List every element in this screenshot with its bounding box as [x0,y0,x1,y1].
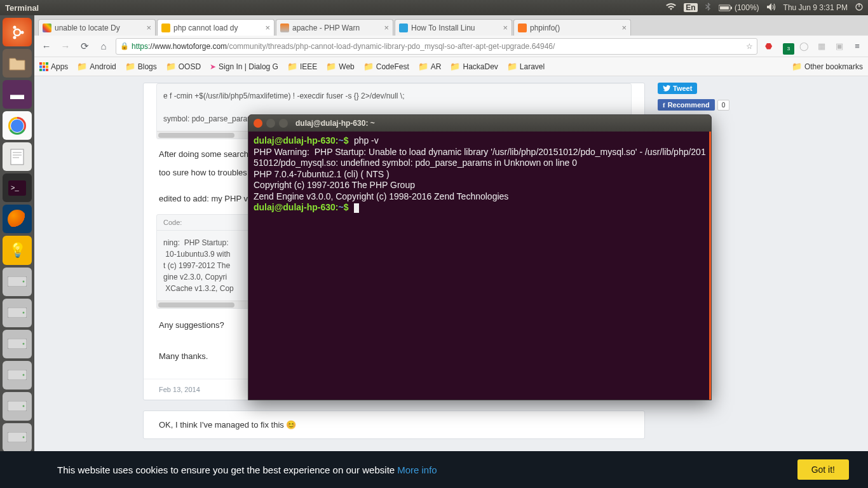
folder-icon: 📁 [450,62,460,71]
folder-icon: 📁 [792,62,802,71]
post-date[interactable]: Feb 13, 2014 [159,386,200,393]
svg-text:>_: >_ [11,184,19,191]
menu-button[interactable]: ≡ [851,41,863,52]
bulb-icon [161,24,170,32]
url-path: /community/threads/php-cannot-load-dynam… [227,42,555,51]
tab-3[interactable]: How To Install Linu× [395,19,512,36]
svg-point-8 [13,36,17,39]
apps-label: Apps [51,62,68,71]
session-icon[interactable] [855,3,863,13]
cookie-banner: This website uses cookies to ensure you … [0,451,868,488]
bookmark-bar: Apps 📁Android 📁Blogs 📁OOSD ➤Sign In | Di… [34,57,868,76]
svg-rect-9 [11,149,24,165]
bookmark-oosd[interactable]: 📁OOSD [166,62,201,71]
launcher-chrome[interactable] [3,111,32,140]
cookie-text: This website uses cookies to ensure you … [57,464,395,475]
tab-close-icon[interactable]: × [619,23,627,32]
bookmark-star-icon[interactable]: ☆ [746,42,753,51]
stackoverflow-icon [280,24,289,32]
cookie-more-link[interactable]: More info [397,464,437,475]
tab-4[interactable]: phpinfo()× [513,19,631,36]
sound-icon[interactable] [767,3,776,13]
launcher-app-yellow[interactable]: 💡 [3,236,32,264]
ext-icon-4[interactable]: ▦ [816,41,827,52]
launcher-app-purple[interactable]: ▬ [3,80,32,109]
svg-point-7 [13,25,17,29]
forward-button: → [58,39,72,53]
tab-close-icon[interactable]: × [144,23,151,32]
home-button[interactable]: ⌂ [97,39,111,53]
svg-point-20 [23,343,25,345]
launcher-gedit[interactable] [3,142,32,171]
ext-icon-2[interactable]: ◉3 [780,41,792,52]
bookmark-codefest[interactable]: 📁CodeFest [363,62,409,71]
launcher-drive-2[interactable] [3,299,32,327]
bookmark-blogs[interactable]: 📁Blogs [125,62,157,71]
tab-strip: unable to locate Dy× php cannot load dy×… [34,15,868,36]
keyboard-indicator[interactable]: En [684,3,697,12]
terminal-titlebar[interactable]: dulaj@dulaj-hp-630: ~ [248,115,711,132]
forum-reply: OK, I think I've managed to fix this 😊 [143,410,645,439]
bookmark-hackadev[interactable]: 📁HackaDev [450,62,498,71]
launcher-drive-1[interactable] [3,268,32,296]
tab-label: apache - PHP Warn [292,24,360,32]
back-button[interactable]: ← [39,39,53,53]
tab-close-icon[interactable]: × [500,23,508,32]
datetime[interactable]: Thu Jun 9 3:31 PM [783,3,848,12]
bookmark-android[interactable]: 📁Android [77,62,116,71]
bookmark-signin[interactable]: ➤Sign In | Dialog G [210,62,278,71]
fb-recommend-button[interactable]: fRecommend [658,99,715,111]
bluetooth-icon[interactable] [705,3,711,13]
cloud-icon [399,24,408,32]
folder-icon: 📁 [77,62,87,71]
unity-launcher: ▬ >_ 💡 [0,15,34,488]
bookmark-ieee[interactable]: 📁IEEE [287,62,317,71]
launcher-drive-3[interactable] [3,330,32,358]
launcher-terminal[interactable]: >_ [3,173,32,202]
terminal-command: php -v [354,135,379,146]
ext-icon-3[interactable]: ◯ [798,41,810,52]
terminal-cursor [354,203,359,213]
launcher-dash[interactable] [3,18,32,46]
address-bar[interactable]: 🔒 https://www.howtoforge.com/community/t… [116,38,757,55]
extension-area: ⬣ ◉3 ◯ ▦ ▣ ≡ [763,41,863,52]
launcher-files[interactable] [3,49,32,78]
bookmark-web[interactable]: 📁Web [326,62,354,71]
ext-icon-5[interactable]: ▣ [834,41,845,52]
tweet-button[interactable]: Tweet [658,83,697,94]
battery-indicator[interactable]: (100%) [719,3,759,12]
terminal-title-text: dulaj@dulaj-hp-630: ~ [295,119,375,128]
tab-0[interactable]: unable to locate Dy× [38,19,156,36]
launcher-firefox[interactable] [3,205,32,233]
window-minimize-button[interactable] [266,119,275,128]
terminal-window[interactable]: dulaj@dulaj-hp-630: ~ dulaj@dulaj-hp-630… [248,114,712,400]
ext-icon-1[interactable]: ⬣ [763,41,774,52]
window-close-button[interactable] [254,119,262,128]
url-scheme: https [132,42,148,51]
tab-1[interactable]: php cannot load dy× [157,19,275,36]
launcher-drive-6[interactable] [3,423,32,452]
tab-2[interactable]: apache - PHP Warn× [276,19,393,36]
cookie-accept-button[interactable]: Got it! [797,459,849,480]
bookmark-laravel[interactable]: 📁Laravel [507,62,545,71]
wifi-icon[interactable] [666,3,676,13]
bookmark-ar[interactable]: 📁AR [418,62,442,71]
url-host: ://www.howtoforge.com [148,42,227,51]
svg-point-6 [21,30,24,34]
reload-button[interactable]: ⟳ [78,39,92,53]
launcher-drive-4[interactable] [3,361,32,390]
terminal-body[interactable]: dulaj@dulaj-hp-630:~$ php -v PHP Warning… [248,132,711,217]
tab-close-icon[interactable]: × [262,23,270,32]
folder-icon: 📁 [125,62,135,71]
other-bookmarks[interactable]: 📁Other bookmarks [792,62,863,71]
launcher-drive-5[interactable] [3,392,32,421]
window-maximize-button[interactable] [279,119,288,128]
folder-icon: 📁 [507,62,517,71]
folder-icon: 📁 [287,62,297,71]
svg-point-22 [23,374,25,376]
apps-shortcut[interactable]: Apps [39,62,68,71]
tab-close-icon[interactable]: × [381,23,389,32]
terminal-scrollbar[interactable] [709,132,711,400]
tab-label: unable to locate Dy [55,24,120,32]
tab-label: php cannot load dy [173,24,238,32]
